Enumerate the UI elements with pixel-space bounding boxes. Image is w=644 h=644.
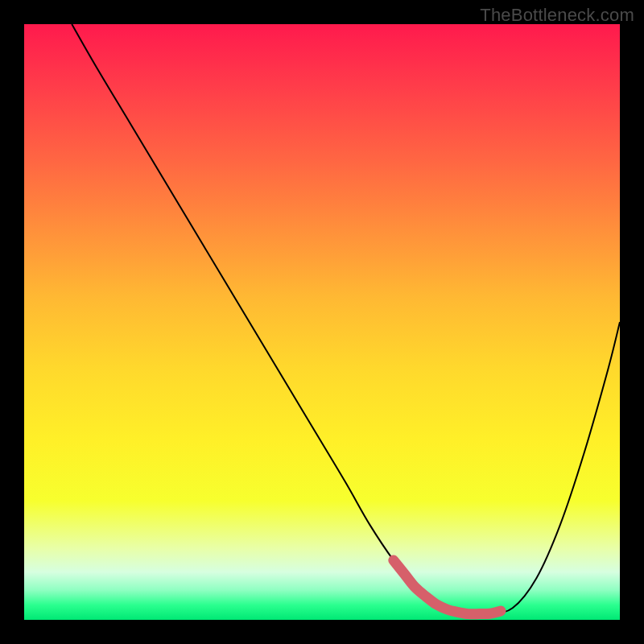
plot-area — [24, 24, 620, 620]
watermark-text: TheBottleneck.com — [480, 5, 634, 26]
chart-frame: TheBottleneck.com — [0, 0, 644, 644]
optimal-range-marker — [394, 560, 501, 614]
bottleneck-curve-svg — [24, 24, 620, 620]
bottleneck-curve — [72, 24, 620, 615]
